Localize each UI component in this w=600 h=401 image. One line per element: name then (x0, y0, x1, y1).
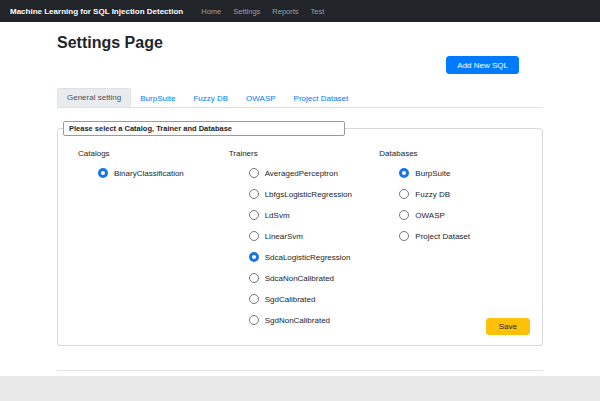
option-row: AveragedPerceptron (249, 168, 380, 178)
trainers-header: Trainers (229, 149, 380, 158)
radio-db-fuzzy-db[interactable] (399, 189, 409, 199)
nav-item-home[interactable]: Home (201, 7, 221, 16)
form-columns: Catalogs BinaryClassification Trainers A… (70, 149, 530, 336)
nav-item-reports[interactable]: Reports (272, 7, 298, 16)
trainers-column: Trainers AveragedPerceptron LbfgsLogisti… (229, 149, 380, 336)
option-label: LinearSvm (265, 232, 303, 241)
option-label: Project Dataset (415, 232, 470, 241)
radio-binary-classification[interactable] (98, 168, 108, 178)
option-label: BinaryClassification (114, 169, 184, 178)
tab-bar: General setting BurpSuite Fuzzy DB OWASP… (57, 88, 543, 108)
catalogs-options: BinaryClassification (78, 168, 229, 178)
save-button[interactable]: Save (486, 318, 530, 335)
tab-owasp[interactable]: OWASP (237, 90, 284, 107)
option-row: SdcaNonCalibrated (249, 273, 380, 283)
add-new-sql-button[interactable]: Add New SQL (446, 56, 519, 74)
radio-averaged-perceptron[interactable] (249, 168, 259, 178)
option-label: SdcaLogisticRegression (265, 253, 351, 262)
settings-panel: Please select a Catalog, Trainer and Dat… (57, 128, 543, 346)
form-legend: Please select a Catalog, Trainer and Dat… (63, 121, 345, 136)
radio-linearsvm[interactable] (249, 231, 259, 241)
catalogs-header: Catalogs (78, 149, 229, 158)
top-navbar: Machine Learning for SQL Injection Detec… (0, 0, 600, 22)
databases-header: Databases (379, 149, 530, 158)
option-label: Fuzzy DB (415, 190, 450, 199)
tab-project-dataset[interactable]: Project Dataset (285, 90, 358, 107)
option-row: SgdNonCalibrated (249, 315, 380, 325)
nav-item-settings[interactable]: Settings (233, 7, 260, 16)
trainers-options: AveragedPerceptron LbfgsLogisticRegressi… (229, 168, 380, 325)
radio-lbfgs-logistic-regression[interactable] (249, 189, 259, 199)
databases-options: BurpSuite Fuzzy DB OWASP Project Da (379, 168, 530, 241)
radio-ldsvm[interactable] (249, 210, 259, 220)
option-label: BurpSuite (415, 169, 450, 178)
nav-item-test[interactable]: Test (311, 7, 325, 16)
content-container: Settings Page Add New SQL General settin… (57, 34, 543, 376)
page-footer: © 2020 - MLFSQLIAD ASP.NET Application, … (57, 370, 543, 376)
page: Machine Learning for SQL Injection Detec… (0, 0, 600, 376)
option-row: SdcaLogisticRegression (249, 252, 380, 262)
tab-general-setting[interactable]: General setting (57, 88, 131, 107)
option-label: LbfgsLogisticRegression (265, 190, 352, 199)
radio-db-project-dataset[interactable] (399, 231, 409, 241)
radio-sgd-calibrated[interactable] (249, 294, 259, 304)
page-title: Settings Page (57, 34, 543, 52)
option-row: OWASP (399, 210, 530, 220)
app-brand[interactable]: Machine Learning for SQL Injection Detec… (10, 7, 183, 16)
option-label: SdcaNonCalibrated (265, 274, 334, 283)
tab-burpsuite[interactable]: BurpSuite (131, 90, 184, 107)
option-row: SgdCalibrated (249, 294, 380, 304)
option-row: BinaryClassification (98, 168, 229, 178)
option-label: SgdNonCalibrated (265, 316, 330, 325)
option-row: BurpSuite (399, 168, 530, 178)
catalogs-column: Catalogs BinaryClassification (70, 149, 229, 336)
tab-fuzzy-db[interactable]: Fuzzy DB (184, 90, 237, 107)
option-row: LbfgsLogisticRegression (249, 189, 380, 199)
actions-row: Add New SQL (57, 56, 543, 74)
radio-sgd-non-calibrated[interactable] (249, 315, 259, 325)
option-row: Project Dataset (399, 231, 530, 241)
databases-column: Databases BurpSuite Fuzzy DB OWASP (379, 149, 530, 336)
option-label: SgdCalibrated (265, 295, 316, 304)
option-label: OWASP (415, 211, 444, 220)
option-row: LdSvm (249, 210, 380, 220)
option-row: LinearSvm (249, 231, 380, 241)
option-label: LdSvm (265, 211, 290, 220)
option-row: Fuzzy DB (399, 189, 530, 199)
option-label: AveragedPerceptron (265, 169, 338, 178)
radio-sdca-logistic-regression[interactable] (249, 252, 259, 262)
radio-db-burpsuite[interactable] (399, 168, 409, 178)
radio-db-owasp[interactable] (399, 210, 409, 220)
radio-sdca-non-calibrated[interactable] (249, 273, 259, 283)
